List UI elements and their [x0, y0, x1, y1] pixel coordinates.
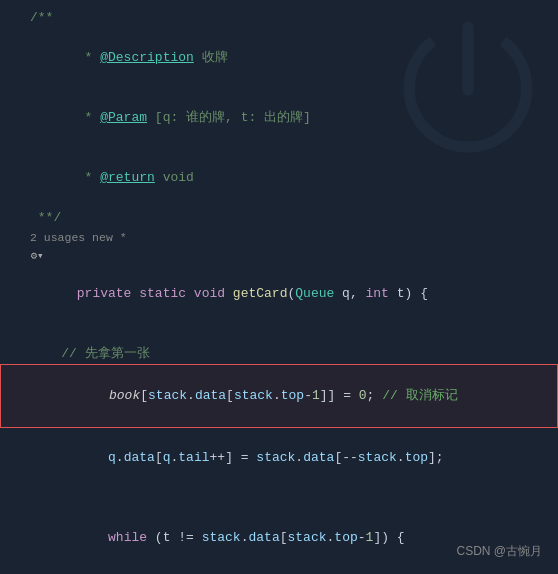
code-line: **/ — [0, 208, 558, 228]
code-line: * @Description 收牌 — [0, 28, 558, 88]
line-content: q.data[q.tail++] = stack.data[--stack.to… — [30, 428, 550, 488]
line-content: /** — [30, 8, 550, 28]
code-line: private static void getCard(Queue q, int… — [0, 264, 558, 324]
code-editor: /** * @Description 收牌 * @Param [q: 谁的牌, … — [0, 0, 558, 574]
code-line — [0, 324, 558, 344]
line-content: // 先拿第一张 — [30, 344, 550, 364]
line-content: private static void getCard(Queue q, int… — [30, 264, 550, 324]
usage-arrow-line: ⚙▾ — [0, 246, 558, 264]
code-line: q.data[q.tail++] = stack.data[--stack.to… — [0, 428, 558, 488]
code-line — [0, 568, 558, 574]
code-line — [0, 488, 558, 508]
line-content — [30, 488, 550, 508]
line-content: * @Description 收牌 — [30, 28, 550, 88]
usage-content: 2 usages new * — [30, 231, 127, 244]
code-line: // 先拿第一张 — [0, 344, 558, 364]
code-line: * @return void — [0, 148, 558, 208]
csdn-label: CSDN @古惋月 — [456, 543, 542, 560]
usage-text: 2 usages new * — [30, 231, 127, 244]
line-content: * @return void — [30, 148, 550, 208]
line-content — [30, 324, 550, 344]
arrow-icon[interactable]: ⚙▾ — [30, 248, 44, 262]
line-content: **/ — [30, 208, 550, 228]
code-line: * @Param [q: 谁的牌, t: 出的牌] — [0, 88, 558, 148]
usage-line: 2 usages new * — [0, 228, 558, 246]
highlighted-line-1: book[stack.data[stack.top-1]] = 0; // 取消… — [0, 364, 558, 428]
line-content: * @Param [q: 谁的牌, t: 出的牌] — [30, 88, 550, 148]
code-line: /** — [0, 8, 558, 28]
line-content: book[stack.data[stack.top-1]] = 0; // 取消… — [31, 366, 551, 426]
line-content — [30, 568, 550, 574]
